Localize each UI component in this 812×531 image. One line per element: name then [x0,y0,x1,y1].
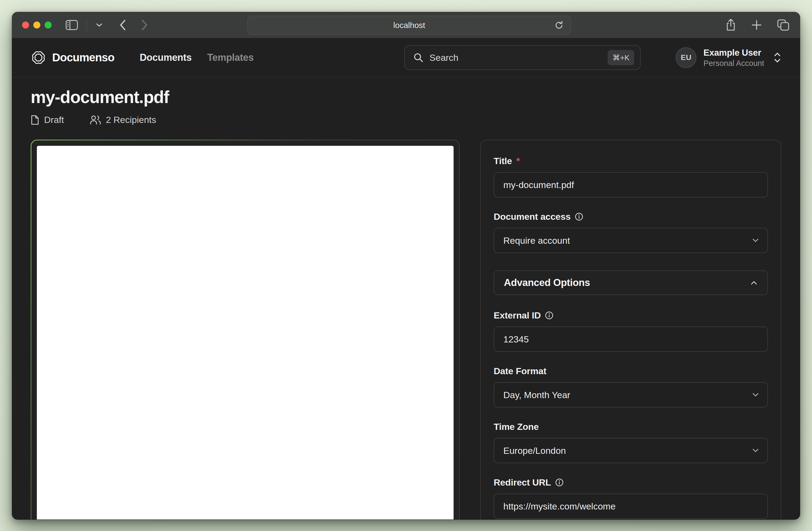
new-tab-button[interactable] [751,20,762,30]
document-edit-page: my-document.pdf Draft [12,77,800,519]
info-icon[interactable] [575,213,583,221]
external-id-label: External ID [494,310,541,321]
search-icon [413,53,423,63]
document-access-label: Document access [494,212,570,222]
document-access-value: Require account [503,235,570,246]
redirect-url-label: Redirect URL [494,477,551,488]
chevron-left-icon [119,19,126,31]
app-root: Documenso Documents Templates ⌘+K EU [12,38,800,519]
plus-icon [751,20,762,30]
date-format-select[interactable]: Day, Month Year [494,382,768,407]
chevrons-up-down-icon [773,52,781,63]
close-window-button[interactable] [22,21,29,29]
share-button[interactable] [725,18,736,31]
traffic-lights [22,21,52,29]
chevron-up-icon [750,280,758,285]
account-type: Personal Account [704,59,764,68]
forward-button[interactable] [141,19,148,31]
search-input[interactable] [430,53,602,63]
sidebar-icon [66,20,78,30]
status-badge: Draft [31,115,64,125]
reload-button[interactable] [554,20,564,30]
main-nav: Documents Templates [140,52,253,63]
document-access-field-group: Document access Require account [494,212,768,253]
documenso-logo-icon [31,50,46,66]
nav-documents[interactable]: Documents [140,52,191,63]
external-id-field-group: External ID [494,310,768,352]
date-format-value: Day, Month Year [503,390,570,400]
info-icon[interactable] [555,478,564,487]
time-zone-select[interactable]: Europe/London [494,438,768,463]
time-zone-field-group: Time Zone Europe/London [494,421,768,463]
time-zone-label: Time Zone [494,421,539,432]
chevron-down-icon [752,392,759,397]
date-format-field-group: Date Format Day, Month Year [494,366,768,407]
share-icon [725,18,736,31]
nav-templates[interactable]: Templates [207,52,254,63]
required-asterisk: * [516,156,520,166]
toolbar-divider [87,19,87,31]
tabs-overview-icon [777,19,789,31]
file-icon [31,115,39,125]
reload-icon [554,20,564,30]
chevron-down-icon [96,23,103,27]
title-field-group: Title * [494,156,768,198]
advanced-options-toggle[interactable]: Advanced Options [494,270,768,295]
content-columns: Title * Document access [31,140,781,519]
search-bar[interactable]: ⌘+K [404,45,641,70]
documenso-logo[interactable]: Documenso [31,50,114,66]
users-icon [90,115,101,125]
page-title: my-document.pdf [31,87,781,107]
minimize-window-button[interactable] [33,21,40,29]
info-icon[interactable] [545,311,553,319]
sidebar-toggle-button[interactable] [66,20,78,30]
status-label: Draft [44,115,64,125]
tab-group-dropdown-button[interactable] [96,23,103,27]
avatar: EU [676,47,696,68]
advanced-options-title: Advanced Options [504,277,590,288]
external-id-input[interactable] [494,327,768,352]
tab-overview-button[interactable] [777,19,789,31]
document-settings-panel: Title * Document access [480,140,781,519]
browser-toolbar: localhost [12,12,800,38]
document-meta: Draft 2 Recipients [31,115,781,125]
browser-window: localhost [12,12,800,520]
account-menu[interactable]: EU Example User Personal Account [676,47,781,68]
pdf-page-preview[interactable] [37,146,453,519]
redirect-url-input[interactable] [494,493,768,519]
redirect-url-field-group: Redirect URL [494,477,768,519]
chevron-down-icon [752,448,759,453]
title-input[interactable] [494,172,768,198]
user-name: Example User [704,48,764,58]
search-shortcut-badge: ⌘+K [608,50,634,66]
document-preview-inner [31,140,459,519]
address-bar-url: localhost [393,21,425,30]
chevron-down-icon [752,238,759,243]
recipients-badge: 2 Recipients [90,115,156,125]
recipients-label: 2 Recipients [106,115,156,125]
document-access-select[interactable]: Require account [494,228,768,253]
app-header: Documenso Documents Templates ⌘+K EU [12,38,800,77]
address-bar[interactable]: localhost [247,16,571,35]
document-preview-card [31,140,460,519]
title-label: Title [494,156,512,166]
date-format-label: Date Format [494,366,546,376]
logo-wordmark: Documenso [52,51,114,64]
zoom-window-button[interactable] [45,21,52,29]
time-zone-value: Europe/London [503,445,566,456]
back-button[interactable] [119,19,126,31]
chevron-right-icon [141,19,148,31]
